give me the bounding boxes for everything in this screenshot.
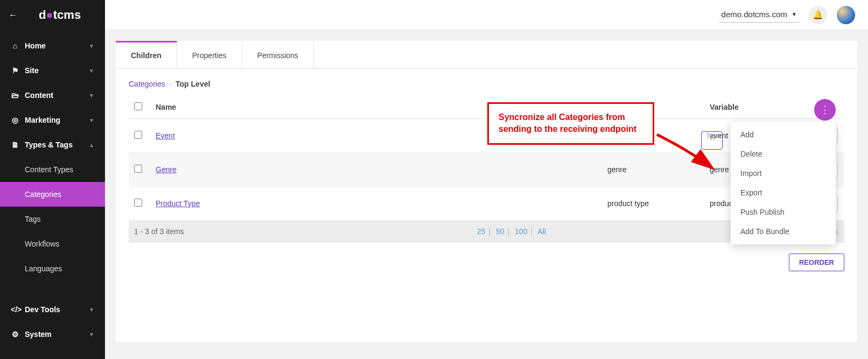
content-panel: Children Properties Permissions Categori… [116, 41, 857, 342]
brand-suffix: cms [57, 8, 81, 22]
annotation-callout: Syncronize all Categories from sending t… [487, 102, 654, 145]
sidebar-item-label: Content Types [25, 165, 73, 174]
more-vert-icon: ⋮ [820, 104, 830, 116]
sidebar-item-label: Tags [25, 215, 41, 223]
sidebar-item-content-types[interactable]: Content Types [0, 157, 105, 182]
sidebar-nav: ⌂ Home ▼ ⚑ Site ▼ 🗁 Content ▼ ◎ Marketin… [0, 30, 105, 359]
sidebar-item-label: Content [25, 91, 53, 100]
menu-push-publish[interactable]: Push Publish [731, 202, 836, 222]
sidebar-item-label: Types & Tags [25, 140, 73, 149]
tab-permissions[interactable]: Permissions [242, 41, 314, 68]
chevron-up-icon: ▲ [89, 142, 94, 148]
sidebar-item-label: Dev Tools [25, 305, 60, 314]
document-icon: 🗎 [11, 140, 19, 149]
gear-icon: ⚙ [11, 330, 19, 339]
notifications-button[interactable]: 🔔 [809, 6, 827, 24]
home-icon: ⌂ [11, 41, 19, 50]
brand-bar: ← d●tcms [0, 0, 105, 30]
site-selector[interactable]: demo.dotcms.com ▼ [719, 8, 799, 23]
reorder-button[interactable]: REORDER [789, 254, 844, 271]
sidebar-item-home[interactable]: ⌂ Home ▼ [0, 33, 105, 58]
sidebar-item-label: Site [25, 66, 39, 75]
menu-export[interactable]: Export [731, 183, 836, 202]
user-avatar[interactable] [837, 6, 855, 24]
page-size-100[interactable]: 100 [515, 227, 527, 236]
sidebar: ← d●tcms ⌂ Home ▼ ⚑ Site ▼ 🗁 Content ▼ [0, 0, 105, 359]
sidebar-item-categories[interactable]: Categories [0, 182, 105, 207]
row-checkbox[interactable] [134, 199, 142, 207]
brand-dot-icon: ● [46, 8, 53, 22]
row-key: product type [602, 187, 704, 221]
filter-input[interactable]: Type to filter [701, 131, 723, 150]
chevron-right-icon: › [170, 81, 171, 87]
sidebar-item-label: Marketing [25, 116, 60, 124]
pager-summary: 1 - 3 of 3 items [134, 227, 184, 236]
menu-add[interactable]: Add [731, 125, 836, 144]
tab-properties[interactable]: Properties [177, 41, 242, 68]
tab-label: Properties [192, 51, 227, 60]
menu-delete[interactable]: Delete [731, 144, 836, 164]
code-icon: </> [11, 305, 19, 314]
brand-pre: d [39, 8, 46, 22]
sitemap-icon: ⚑ [11, 66, 19, 75]
menu-import[interactable]: Import [731, 164, 836, 183]
sidebar-item-languages[interactable]: Languages [0, 256, 105, 281]
sidebar-item-dev-tools[interactable]: </> Dev Tools ▼ [0, 297, 105, 322]
row-name-link[interactable]: Event [156, 131, 175, 140]
site-selector-label: demo.dotcms.com [722, 10, 788, 19]
sidebar-item-label: Languages [25, 264, 62, 273]
annotation-text: Syncronize all Categories from sending t… [499, 111, 643, 136]
select-all-checkbox[interactable] [134, 102, 142, 110]
row-name-link[interactable]: Genre [156, 165, 177, 174]
brand-post: t [53, 8, 57, 22]
folder-icon: 🗁 [11, 91, 19, 100]
menu-add-to-bundle[interactable]: Add To Bundle [731, 222, 836, 241]
sidebar-item-system[interactable]: ⚙ System ▼ [0, 322, 105, 347]
row-checkbox[interactable] [134, 165, 142, 173]
chevron-down-icon: ▼ [89, 68, 94, 74]
sidebar-item-content[interactable]: 🗁 Content ▼ [0, 83, 105, 108]
target-icon: ◎ [11, 116, 19, 124]
breadcrumb: Categories › Top Level [116, 69, 857, 96]
sidebar-item-types-tags[interactable]: 🗎 Types & Tags ▲ [0, 132, 105, 157]
chevron-down-icon: ▼ [89, 43, 94, 49]
sidebar-item-label: System [25, 330, 52, 339]
tab-bar: Children Properties Permissions [116, 41, 857, 69]
breadcrumb-root[interactable]: Categories [129, 80, 165, 88]
chevron-down-icon: ▼ [89, 93, 94, 98]
page-size-all[interactable]: All [537, 227, 546, 236]
sidebar-item-site[interactable]: ⚑ Site ▼ [0, 58, 105, 83]
sidebar-item-label: Home [25, 41, 46, 50]
brand-logo: d●tcms [39, 8, 81, 22]
tab-children[interactable]: Children [116, 41, 177, 68]
chevron-down-icon: ▼ [89, 307, 94, 313]
row-name-link[interactable]: Product Type [156, 199, 200, 208]
page-size-50[interactable]: 50 [496, 227, 505, 236]
main-area: demo.dotcms.com ▼ 🔔 Children Properties … [105, 0, 868, 359]
back-arrow-icon[interactable]: ← [9, 10, 17, 20]
chevron-down-icon: ▼ [89, 117, 94, 123]
sidebar-item-tags[interactable]: Tags [0, 207, 105, 231]
page-size-25[interactable]: 25 [477, 227, 486, 236]
chevron-down-icon: ▼ [792, 11, 797, 17]
breadcrumb-current: Top Level [176, 80, 210, 88]
sidebar-item-label: Categories [25, 190, 61, 199]
sidebar-item-workflows[interactable]: Workflows [0, 231, 105, 256]
tab-label: Children [131, 51, 162, 60]
column-variable[interactable]: Variable [704, 96, 807, 119]
tab-label: Permissions [257, 51, 298, 60]
actions-menu: Add Delete Import Export Push Publish Ad… [731, 122, 836, 244]
chevron-down-icon: ▼ [89, 332, 94, 337]
sidebar-item-label: Workflows [25, 240, 59, 248]
topbar: demo.dotcms.com ▼ 🔔 [105, 0, 868, 30]
bell-icon: 🔔 [813, 10, 823, 20]
row-checkbox[interactable] [134, 131, 142, 139]
row-key: genre [602, 153, 704, 187]
sidebar-item-marketing[interactable]: ◎ Marketing ▼ [0, 108, 105, 132]
more-actions-button[interactable]: ⋮ [814, 99, 836, 121]
